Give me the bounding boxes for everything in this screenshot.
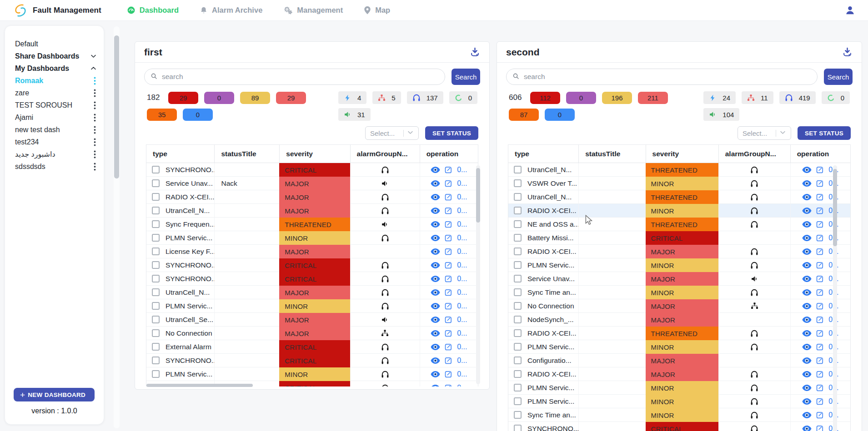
table-row[interactable]: PLMN Servic...MINOR0... (508, 395, 850, 408)
edit-icon[interactable] (444, 356, 453, 365)
table-row[interactable]: UtranCell_N...THREATENED0... (508, 163, 850, 177)
table-row[interactable]: RADIO X-CEI...MAJOR0... (508, 245, 850, 258)
more-operations[interactable]: 0... (457, 193, 467, 201)
view-icon[interactable] (431, 371, 440, 378)
edit-icon[interactable] (444, 233, 453, 242)
more-operations[interactable]: 0... (457, 329, 467, 337)
more-operations[interactable]: 0... (457, 275, 467, 283)
table-row[interactable]: License Key F...MAJOR0... (146, 245, 478, 258)
view-icon[interactable] (802, 221, 812, 228)
edit-icon[interactable] (816, 397, 824, 406)
row-checkbox[interactable] (152, 370, 160, 378)
view-icon[interactable] (802, 302, 812, 310)
table-row[interactable]: SYNCHRONO...CRITICAL0... (146, 258, 478, 272)
nav-item-management[interactable]: Management (283, 6, 343, 15)
more-operations[interactable]: 0... (457, 248, 467, 256)
table-row[interactable]: Sync Frequen...THREATENED0... (146, 218, 478, 231)
status-select[interactable]: Select... (738, 126, 791, 140)
sidebar-dashboard-romaak[interactable]: Romaak (5, 74, 104, 87)
view-icon[interactable] (431, 180, 440, 187)
view-icon[interactable] (431, 343, 440, 351)
sidebar-item-my-dashboards[interactable]: My Dashboards (5, 62, 104, 74)
view-icon[interactable] (802, 316, 812, 323)
more-operations[interactable]: 0... (457, 316, 467, 324)
row-checkbox[interactable] (514, 179, 522, 187)
row-checkbox[interactable] (152, 302, 160, 310)
table-row[interactable]: PLMN Servic...MINOR0... (508, 381, 850, 395)
view-icon[interactable] (431, 221, 440, 228)
table-row[interactable]: SYNCHRONO...CRITICAL0... (146, 354, 478, 367)
kebab-menu-icon[interactable] (94, 150, 96, 159)
table-row[interactable]: SYNCHRONO...CRITICAL0... (508, 422, 850, 431)
more-operations[interactable]: 0... (457, 234, 467, 242)
table-row[interactable]: External AlarmCRITICAL0... (146, 340, 478, 354)
row-checkbox[interactable] (152, 261, 160, 269)
row-checkbox[interactable] (514, 288, 522, 296)
row-checkbox[interactable] (514, 357, 522, 364)
kebab-menu-icon[interactable] (94, 101, 96, 109)
kebab-menu-icon[interactable] (94, 163, 96, 171)
edit-icon[interactable] (444, 179, 453, 188)
user-profile-icon[interactable] (845, 5, 855, 15)
edit-icon[interactable] (816, 274, 824, 283)
row-checkbox[interactable] (152, 357, 160, 364)
view-icon[interactable] (431, 207, 440, 214)
table-row[interactable]: Sync Time an...MINOR0... (508, 286, 850, 299)
view-icon[interactable] (802, 330, 812, 337)
more-operations[interactable]: 0... (457, 357, 467, 365)
search-button[interactable]: Search (452, 69, 480, 85)
view-icon[interactable] (431, 166, 440, 173)
kebab-menu-icon[interactable] (94, 138, 96, 146)
view-icon[interactable] (431, 193, 440, 201)
row-checkbox[interactable] (152, 343, 160, 351)
table-scrollbar-thumb[interactable] (476, 168, 480, 223)
row-checkbox[interactable] (152, 220, 160, 228)
table-row[interactable]: SYNCHRONO...CRITICAL0... (146, 272, 478, 286)
sidebar-item-share-dashboards[interactable]: Share Dashboards (5, 50, 104, 62)
edit-icon[interactable] (816, 247, 824, 256)
row-checkbox[interactable] (514, 275, 522, 282)
table-row[interactable]: Service Unav...NackMAJOR0... (146, 177, 478, 190)
edit-icon[interactable] (444, 165, 453, 174)
table-row[interactable]: RADIO X-CEI...MAJOR0... (508, 367, 850, 381)
download-icon[interactable] (470, 47, 480, 57)
status-select[interactable]: Select... (365, 126, 419, 140)
edit-icon[interactable] (816, 411, 824, 419)
view-icon[interactable] (431, 289, 440, 296)
row-checkbox[interactable] (514, 248, 522, 255)
edit-icon[interactable] (444, 329, 453, 337)
kebab-menu-icon[interactable] (94, 114, 96, 122)
edit-icon[interactable] (816, 179, 824, 188)
more-operations[interactable]: 0... (457, 179, 467, 188)
view-icon[interactable] (802, 343, 812, 351)
table-row[interactable]: Service Unav...MAJOR0... (508, 272, 850, 286)
download-icon[interactable] (842, 47, 853, 57)
row-checkbox[interactable] (514, 316, 522, 323)
view-icon[interactable] (431, 234, 440, 242)
table-row[interactable]: Sync Time an...MINOR0... (508, 408, 850, 422)
more-operations[interactable]: 0... (457, 207, 467, 215)
edit-icon[interactable] (816, 288, 824, 297)
more-operations[interactable]: 0... (457, 220, 467, 228)
table-row[interactable]: No ConnectionMAJOR0... (146, 327, 478, 340)
view-icon[interactable] (802, 425, 812, 431)
nav-item-map[interactable]: Map (364, 6, 390, 15)
more-operations[interactable]: 0... (457, 302, 467, 310)
view-icon[interactable] (431, 275, 440, 282)
row-checkbox[interactable] (514, 261, 522, 269)
edit-icon[interactable] (444, 302, 453, 310)
view-icon[interactable] (802, 398, 812, 405)
edit-icon[interactable] (444, 288, 453, 297)
table-row[interactable]: RADIO X-CEI...THREATENED0... (508, 327, 850, 340)
table-row[interactable]: PLMN Servic...MINOR0... (146, 231, 478, 245)
main-scrollbar-thumb[interactable] (114, 35, 119, 178)
sidebar-dashboard-sdssdsds[interactable]: sdssdsds (5, 160, 104, 173)
table-row[interactable]: PLMN Servic...MINOR0... (508, 340, 850, 354)
view-icon[interactable] (802, 411, 812, 419)
row-checkbox[interactable] (514, 302, 522, 310)
sidebar-item-default[interactable]: Default (5, 38, 104, 50)
row-checkbox[interactable] (152, 193, 160, 201)
sidebar-dashboard-test-soroush[interactable]: TEST SOROUSH (5, 99, 104, 111)
view-icon[interactable] (802, 262, 812, 269)
view-icon[interactable] (802, 193, 812, 201)
